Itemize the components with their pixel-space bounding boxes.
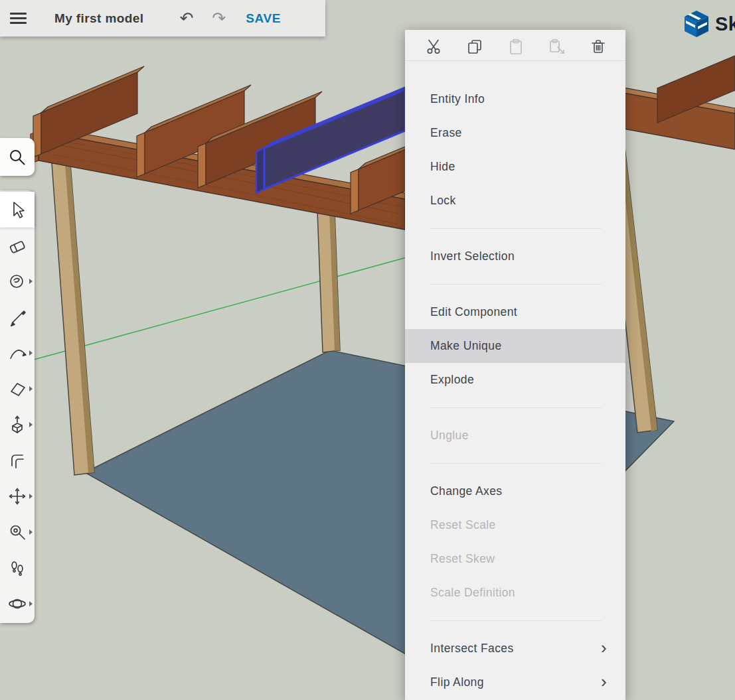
tool-select[interactable] (0, 192, 35, 228)
orbit-icon (7, 594, 27, 614)
menu-item-invert-selection[interactable]: Invert Selection (405, 240, 625, 273)
tool-orbit[interactable] (0, 586, 35, 622)
paste-button (507, 38, 525, 55)
menu-item-explode[interactable]: Explode (405, 363, 625, 397)
menu-divider (430, 463, 602, 464)
tool-move[interactable] (0, 478, 35, 514)
submenu-chevron-icon: › (601, 671, 607, 692)
menu-item-flip-along[interactable]: Flip Along › (405, 665, 625, 699)
menu-item-erase[interactable]: Erase (405, 116, 625, 150)
flyout-caret (29, 601, 33, 606)
eraser-icon (7, 236, 27, 255)
menu-item-change-axes[interactable]: Change Axes (405, 474, 625, 508)
tool-push-pull[interactable] (0, 407, 35, 443)
walk-footprints-icon (7, 558, 27, 578)
search-button[interactable] (0, 138, 35, 176)
tool-arcs[interactable] (0, 335, 35, 371)
trash-icon (590, 38, 607, 55)
flyout-caret (29, 529, 33, 535)
flyout-caret (29, 386, 33, 391)
copy-icon (466, 38, 483, 55)
tool-tape-measure[interactable] (0, 514, 35, 550)
clipboard-icon-row (405, 30, 625, 61)
save-button[interactable]: SAVE (246, 11, 281, 26)
menu-item-scale-definition: Scale Definition (405, 576, 625, 610)
copy-button[interactable] (466, 38, 483, 55)
flyout-caret (29, 494, 33, 499)
menu-item-intersect-faces[interactable]: Intersect Faces › (405, 632, 625, 665)
tape-measure-icon (7, 522, 27, 542)
paste-in-place-icon (548, 38, 566, 55)
delete-button[interactable] (590, 38, 607, 55)
search-icon (7, 147, 27, 167)
menu-divider (430, 228, 602, 229)
tool-offset[interactable] (0, 443, 35, 478)
cut-button[interactable] (425, 38, 442, 55)
menu-item-edit-component[interactable]: Edit Component (405, 295, 625, 329)
menu-item-hide[interactable]: Hide (405, 150, 625, 184)
model-title: My first model (54, 11, 143, 26)
menu-item-reset-scale: Reset Scale (405, 508, 625, 542)
menu-item-make-unique[interactable]: Make Unique (405, 329, 625, 363)
tool-eraser[interactable] (0, 228, 35, 263)
undo-icon[interactable]: ↶ (179, 10, 193, 27)
menu-item-label: Intersect Faces (430, 642, 514, 656)
context-menu-list: Entity Info Erase Hide Lock Invert Selec… (405, 61, 625, 699)
tool-walk[interactable] (0, 550, 35, 586)
paint-icon (7, 271, 27, 291)
move-icon (7, 486, 27, 506)
tool-paint[interactable] (0, 263, 35, 299)
paste-clipboard-icon (507, 38, 525, 55)
hamburger-icon[interactable] (10, 9, 27, 27)
flyout-caret (29, 279, 33, 284)
offset-icon (7, 451, 27, 470)
sketchup-logo-icon (683, 9, 710, 38)
scissors-icon (425, 38, 442, 55)
paste-in-place-button (548, 38, 566, 55)
pencil-icon (7, 307, 27, 327)
push-pull-icon (7, 415, 27, 435)
flyout-caret (29, 350, 33, 356)
menu-divider (430, 620, 602, 621)
sketchup-logo: Ske (683, 9, 735, 38)
left-toolbar (0, 190, 35, 623)
menu-item-unglue: Unglue (405, 419, 625, 453)
menu-divider (430, 407, 602, 408)
arc-icon (7, 343, 27, 363)
menu-item-entity-info[interactable]: Entity Info (405, 82, 625, 116)
rectangle-icon (7, 379, 27, 399)
menu-item-reset-skew: Reset Skew (405, 542, 625, 576)
top-header-bar: My first model ↶ ↷ SAVE (0, 0, 325, 36)
logo-text: Ske (715, 13, 735, 35)
tool-shapes[interactable] (0, 371, 35, 407)
context-menu: Entity Info Erase Hide Lock Invert Selec… (405, 30, 625, 700)
menu-item-lock[interactable]: Lock (405, 184, 625, 218)
menu-divider (430, 284, 602, 285)
select-cursor-icon (7, 200, 27, 220)
menu-item-label: Flip Along (430, 675, 484, 689)
flyout-caret (29, 422, 33, 427)
submenu-chevron-icon: › (601, 638, 607, 658)
redo-icon[interactable]: ↷ (212, 10, 226, 27)
tool-line[interactable] (0, 299, 35, 335)
